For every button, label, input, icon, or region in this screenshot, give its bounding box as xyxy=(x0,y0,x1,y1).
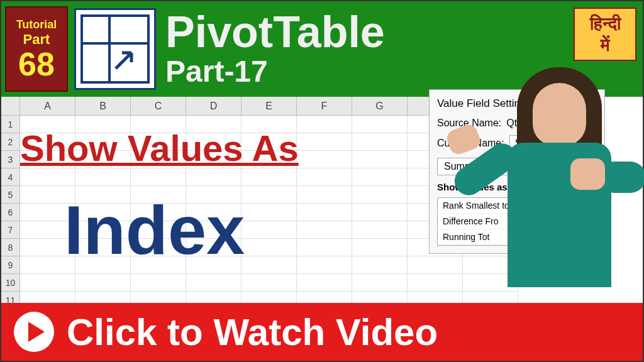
show-values-text: Show Values As xyxy=(20,127,299,169)
cta-text: Click to Watch Video xyxy=(67,310,438,354)
column-header: E xyxy=(242,97,297,116)
part-label: Part xyxy=(23,31,50,48)
row-header: 4 xyxy=(1,168,20,186)
column-header: D xyxy=(186,97,242,116)
index-text: Index xyxy=(64,190,245,270)
presenter-person xyxy=(470,64,640,312)
row-header: 8 xyxy=(1,239,20,256)
row-headers: 123456789101112 xyxy=(1,116,20,304)
column-header: C xyxy=(131,97,186,116)
tutorial-badge: Tutorial Part 68 xyxy=(5,6,68,92)
main-title: PivotTable xyxy=(165,10,639,54)
cta-bar[interactable]: Click to Watch Video xyxy=(1,303,643,361)
hindi-line1: हिन्दी xyxy=(590,13,621,35)
part-number: 68 xyxy=(18,48,55,80)
column-header: G xyxy=(352,97,408,116)
thumbnail-container: Tutorial Part 68 PivotTable Part-17 हिन्… xyxy=(0,0,644,362)
play-button-icon[interactable] xyxy=(14,312,54,352)
column-header: F xyxy=(297,97,352,116)
row-header: 7 xyxy=(1,221,20,239)
column-header: B xyxy=(75,97,131,116)
hindi-line2: में xyxy=(601,35,610,56)
row-header: 2 xyxy=(1,133,20,151)
column-header: A xyxy=(20,97,75,116)
row-header: 1 xyxy=(1,116,20,133)
row-header: 5 xyxy=(1,186,20,204)
row-header: 10 xyxy=(1,274,20,292)
pivot-table-icon xyxy=(74,8,156,90)
row-header: 6 xyxy=(1,204,20,221)
hindi-badge: हिन्दी में xyxy=(574,8,636,61)
sheet-corner xyxy=(1,97,20,116)
tutorial-label: Tutorial xyxy=(16,18,57,31)
row-header: 9 xyxy=(1,256,20,274)
row-header: 3 xyxy=(1,151,20,168)
